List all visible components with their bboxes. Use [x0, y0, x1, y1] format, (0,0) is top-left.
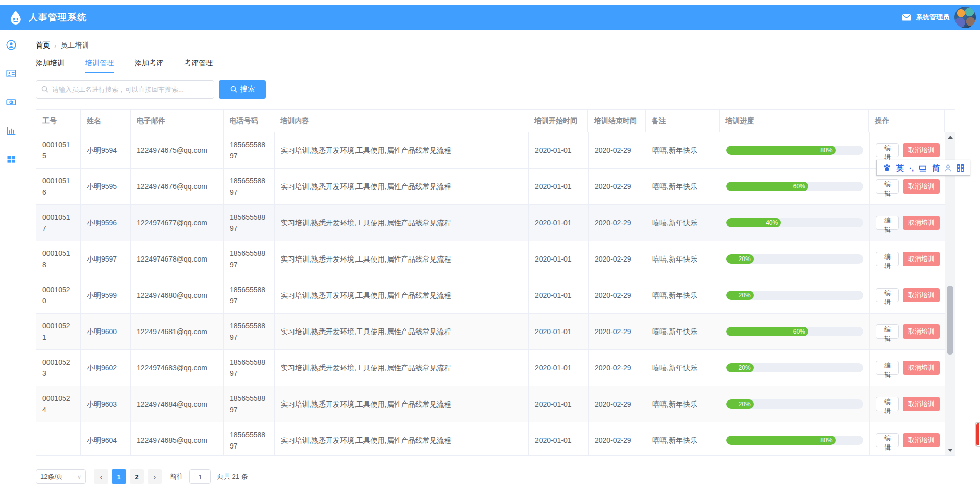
progress-bar: 20%: [726, 254, 863, 264]
cell-employee-id: 00010515: [36, 132, 81, 168]
tab-add-training[interactable]: 添加培训: [36, 56, 64, 73]
cancel-training-button[interactable]: 取消培训: [903, 288, 940, 302]
progress-bar: 60%: [726, 182, 863, 191]
prev-page-button[interactable]: ‹: [94, 469, 108, 484]
cancel-training-button[interactable]: 取消培训: [903, 179, 940, 194]
ime-simplified-toggle[interactable]: 简: [932, 164, 940, 172]
progress-bar: 80%: [726, 146, 863, 155]
cell-email: 1224974677@qq.com: [131, 205, 224, 241]
cancel-training-button[interactable]: 取消培训: [903, 143, 940, 157]
search-input[interactable]: [52, 86, 209, 93]
breadcrumb-separator: ›: [54, 42, 56, 50]
column-header-0: 工号: [36, 110, 81, 132]
cell-remark: 嘻嘻,新年快乐: [646, 205, 720, 241]
ime-grid-menu-icon[interactable]: [957, 164, 964, 172]
cell-employee-id: 00010518: [36, 241, 81, 277]
cancel-training-button[interactable]: 取消培训: [903, 252, 940, 266]
cancel-training-button[interactable]: 取消培训: [903, 397, 940, 411]
cell-actions: 编辑取消培训: [870, 350, 946, 386]
table-row: 00010521小明96001224974681@qq.com185655588…: [36, 314, 955, 350]
progress-bar: 20%: [726, 399, 863, 409]
user-silhouette-icon[interactable]: [945, 164, 951, 172]
edit-button[interactable]: 编辑: [876, 252, 899, 266]
progress-fill: 40%: [726, 218, 781, 227]
page-button-1[interactable]: 1: [112, 469, 126, 484]
scrollbar-thumb[interactable]: [947, 286, 953, 355]
progress-value: 20%: [739, 254, 754, 264]
tab-training-management[interactable]: 培训管理: [85, 56, 114, 73]
bar-chart-icon[interactable]: [6, 126, 16, 136]
cell-remark: 嘻嘻,新年快乐: [646, 422, 720, 455]
column-header-2: 电子邮件: [131, 110, 224, 132]
cell-start-date: 2020-01-01: [529, 241, 589, 277]
scroll-down-icon[interactable]: [948, 449, 953, 452]
cell-email: 1224974683@qq.com: [131, 350, 224, 386]
edit-button[interactable]: 编辑: [876, 397, 899, 411]
table-row: 00010517小明95961224974677@qq.com185655588…: [36, 205, 955, 241]
search-icon: [41, 86, 48, 93]
ime-language-toggle[interactable]: 英: [896, 164, 904, 172]
apps-grid-icon[interactable]: [6, 154, 16, 164]
admin-name[interactable]: 系统管理员: [916, 13, 949, 22]
cancel-training-button[interactable]: 取消培训: [903, 433, 940, 447]
page-jumper-input[interactable]: [189, 469, 211, 484]
cell-training-content: 实习培训,熟悉开发环境,工具使用,属性产品线常见流程: [275, 422, 529, 455]
cell-remark: 嘻嘻,新年快乐: [646, 241, 720, 277]
cell-employee-id: 00010520: [36, 277, 81, 313]
breadcrumb-home[interactable]: 首页: [36, 41, 50, 50]
cancel-training-button[interactable]: 取消培训: [903, 361, 940, 375]
recording-indicator: [975, 422, 980, 447]
chevron-down-icon: ∨: [77, 474, 81, 480]
column-header-gutter: [945, 110, 955, 132]
cell-name: 小明9602: [81, 350, 131, 386]
edit-button[interactable]: 编辑: [876, 433, 899, 447]
edit-button[interactable]: 编辑: [876, 216, 899, 230]
mail-icon[interactable]: [902, 14, 911, 21]
cell-remark: 嘻嘻,新年快乐: [646, 314, 720, 349]
cell-email: 1224974685@qq.com: [131, 422, 224, 455]
cell-remark: 嘻嘻,新年快乐: [646, 132, 720, 168]
cancel-training-button[interactable]: 取消培训: [903, 324, 940, 339]
progress-value: 80%: [820, 436, 836, 445]
banknote-icon[interactable]: 1: [6, 97, 16, 107]
cancel-training-button[interactable]: 取消培训: [903, 216, 940, 230]
cell-employee-id: 00010516: [36, 169, 81, 204]
cell-phone: 18565558897: [224, 350, 275, 386]
cell-training-content: 实习培训,熟悉开发环境,工具使用,属性产品线常见流程: [275, 132, 529, 168]
search-button[interactable]: 搜索: [219, 80, 266, 99]
training-table: 工号姓名电子邮件电话号码培训内容培训开始时间培训结束时间备注培训进度操作 000…: [36, 109, 955, 456]
progress-fill: 80%: [726, 146, 836, 155]
cell-name: 小明9595: [81, 169, 131, 204]
ime-punctuation-toggle[interactable]: ·,: [909, 164, 914, 172]
edit-button[interactable]: 编辑: [876, 324, 899, 339]
column-header-7: 备注: [646, 110, 720, 132]
progress-fill: 60%: [726, 182, 808, 191]
id-card-icon[interactable]: [6, 68, 16, 79]
edit-button[interactable]: 编辑: [876, 288, 899, 302]
progress-fill: 20%: [726, 254, 754, 264]
cell-training-content: 实习培训,熟悉开发环境,工具使用,属性产品线常见流程: [275, 277, 529, 313]
edit-button[interactable]: 编辑: [876, 179, 899, 194]
page-size-select[interactable]: 12条/页 ∨: [36, 469, 86, 484]
table-scrollbar[interactable]: [945, 132, 955, 455]
baidu-paw-icon[interactable]: [883, 164, 891, 172]
tab-add-review[interactable]: 添加考评: [135, 56, 163, 73]
edit-button[interactable]: 编辑: [876, 361, 899, 375]
ime-keyboard-tray-icon[interactable]: [919, 164, 927, 172]
page-button-2[interactable]: 2: [130, 469, 144, 484]
user-circle-icon[interactable]: [6, 40, 16, 50]
cell-start-date: 2020-01-01: [529, 205, 589, 241]
pagination: 12条/页 ∨ ‹ 1 2 › 前往 页共 21 条: [36, 469, 248, 484]
cell-start-date: 2020-01-01: [529, 386, 589, 422]
next-page-button[interactable]: ›: [148, 469, 162, 484]
ime-toolbar: 英 ·, 简: [876, 160, 970, 176]
table-header-row: 工号姓名电子邮件电话号码培训内容培训开始时间培训结束时间备注培训进度操作: [36, 110, 955, 132]
column-header-5: 培训开始时间: [528, 110, 588, 132]
scroll-up-icon[interactable]: [948, 136, 953, 139]
cell-employee-id: 00010523: [36, 350, 81, 386]
tab-review-management[interactable]: 考评管理: [184, 56, 213, 73]
cell-start-date: 2020-01-01: [529, 314, 589, 349]
edit-button[interactable]: 编辑: [876, 143, 899, 157]
user-avatar[interactable]: [954, 7, 976, 28]
progress-value: 20%: [739, 399, 754, 409]
